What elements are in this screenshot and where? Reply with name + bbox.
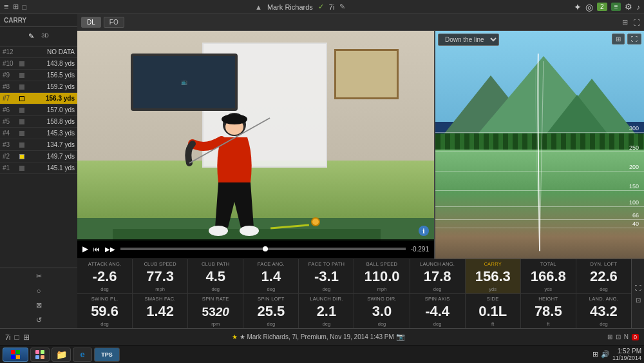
sidebar-item-7[interactable]: #7 156.3 yds [0,93,77,104]
stat-face-ang: FACE ANG. 1.4 deg [243,259,299,293]
golf-ball [311,217,320,226]
svg-rect-9 [16,355,20,359]
compass-icon[interactable]: ✦ [574,2,582,12]
carry-label: CARRY [0,14,77,27]
stat-total: TOTAL 166.8 yds [521,259,576,293]
grid-tool[interactable]: ⊠ [33,300,44,311]
sidebar-item-8[interactable]: #8 159.2 yds [0,81,77,93]
start-button[interactable] [3,348,28,362]
camera-icon: 📷 [396,333,405,341]
right-grid-icons: ⊞ ⛶ [612,34,641,44]
taskbar-left: 📁 e TPS [3,348,120,362]
svg-point-4 [209,226,228,236]
stat-ball-speed: BALL SPEED 110.0 mph [354,259,410,293]
bottom-right: ⊞ ⊡ N 0 [607,333,639,340]
sidebar: CARRY ✎ 3D #12 NO DATA #10 143.8 yds [0,14,77,328]
app-top-left-icons: ≡ ⊞ □ [4,2,26,12]
view-selector[interactable]: Down the line Face on [438,34,499,46]
circle-tool[interactable]: ○ [34,286,44,296]
time-display: -0.291 [411,246,429,253]
sidebar-item-3[interactable]: #3 134.7 yds [0,139,77,151]
collapse-icon[interactable]: ⊡ [636,297,641,304]
stats-main: ATTACK ANG. -2.6 deg CLUB SPEED 77.3 mph… [77,259,631,328]
next-frame-button[interactable]: ▶▶ [105,246,115,253]
notification-icon[interactable]: N [624,333,629,340]
svg-rect-10 [35,350,39,354]
trajectory-svg [435,31,644,259]
view-icon[interactable]: ≡ [611,3,621,11]
sidebar-item-5[interactable]: #5 158.8 yds [0,116,77,128]
sidebar-tool-icons: ✎ 3D [0,27,77,46]
stat-attack-ang: ATTACK ANG. -2.6 deg [77,259,133,293]
sidebar-list: #12 NO DATA #10 143.8 yds #9 156.5 yds #… [0,46,77,268]
app-top-center: ▲ Mark Richards ✓ 7i ✎ [255,3,345,11]
grid-icon[interactable]: ⊞ [13,3,19,11]
menu-icon[interactable]: ≡ [4,2,9,12]
stat-height: HEIGHT 78.5 ft [521,294,576,328]
fullscreen-icon[interactable]: ⛶ [633,19,640,26]
bottom-status-bar: 7i □ ⊞ ★ ★ Mark Richards, 7i, Premium, N… [0,328,644,345]
sidebar-item-2[interactable]: #2 149.7 yds [0,151,77,162]
seek-bar[interactable] [120,248,406,250]
sidebar-extra-tools: ✂ ○ ⊠ ↺ [0,268,77,328]
app-wrapper: ≡ ⊞ □ ▲ Mark Richards ✓ 7i ✎ ✦ ◎ 2 ≡ ⚙ ♪… [0,0,644,363]
svg-rect-12 [35,355,39,359]
sidebar-item-10[interactable]: #10 143.8 yds [0,58,77,70]
threed-tool[interactable]: 3D [39,31,52,42]
sidebar-item-9[interactable]: #9 156.5 yds [0,70,77,81]
window-icon[interactable]: □ [23,3,27,11]
stat-club-path: CLUB PATH 4.5 deg [188,259,243,293]
taskbar-app-ie[interactable]: e [73,348,92,362]
expand-icon[interactable]: ⛶ [635,284,641,291]
stat-face-path: FACE TO PATH -3.1 deg [299,259,354,293]
fullscreen-right-icon[interactable]: ⛶ [627,34,641,44]
layout-icon-bb[interactable]: ⊡ [616,333,621,340]
sidebar-item-4[interactable]: #4 145.3 yds [0,128,77,139]
prev-frame-button[interactable]: ⏮ [93,246,100,253]
star-icon: ★ [232,333,238,340]
user-icon: ▲ [255,3,262,11]
svg-rect-8 [11,355,15,359]
settings-icon[interactable]: ⚙ [625,2,632,12]
monitor-icon[interactable]: □ [15,333,19,342]
svg-point-2 [222,114,247,124]
volume-icon[interactable]: ♪ [636,3,640,11]
print-icon[interactable]: ⊞ [23,333,30,342]
taskbar-app-folder[interactable]: 📁 [52,348,71,362]
tray-icon-volume[interactable]: 🔊 [601,350,610,358]
grid-icon-bb[interactable]: ⊞ [607,333,612,340]
pencil-icon[interactable]: ✎ [339,3,345,11]
svg-rect-11 [41,350,44,354]
video-toolbar: DL FO ⊞ ⛶ [77,14,644,31]
target-icon[interactable]: ◎ [585,2,593,12]
stat-swing-dir: SWING DIR. 3.0 deg [354,294,410,328]
windows-taskbar: 📁 e TPS ⊞ 🔊 1:52 PM 11/19/2014 [0,345,644,363]
taskbar-app-tps[interactable]: TPS [94,348,120,362]
grid-view-icon[interactable]: ⊞ [622,18,628,26]
video-controls: ▶ ⏮ ▶▶ -0.291 [77,239,434,259]
refresh-icon[interactable]: ↺ [33,315,44,326]
sidebar-item-6[interactable]: #6 157.0 yds [0,104,77,116]
tray-icon-network: ⊞ [592,350,598,358]
dl-button[interactable]: DL [81,17,101,28]
stat-spin-loft: SPIN LOFT 25.5 deg [243,294,299,328]
stat-swing-pl: SWING PL. 59.6 deg [77,294,133,328]
taskbar-app-explorer[interactable] [30,348,50,362]
svg-rect-7 [16,350,20,354]
right-video-panel: 300 250 200 150 100 66 40 [435,31,644,259]
stat-launch-dir: LAUNCH DIR. 2.1 deg [299,294,354,328]
scissors-icon[interactable]: ✂ [33,271,44,282]
clock-date: 11/19/2014 [612,355,641,361]
pencil-tool[interactable]: ✎ [26,31,37,42]
grid-icon-right[interactable]: ⊞ [612,34,625,44]
status-text: ★ Mark Richards, 7i, Premium, Nov 19, 20… [240,333,394,340]
club-indicator[interactable]: 7i [5,333,11,341]
sidebar-item-12[interactable]: #12 NO DATA [0,46,77,58]
sidebar-item-1[interactable]: #1 145.1 yds [0,162,77,174]
right-overlay-top: Down the line Face on [438,34,499,46]
stat-spin-axis: SPIN AXIS -4.4 deg [410,294,466,328]
play-button[interactable]: ▶ [82,244,88,253]
info-icon[interactable]: ℹ [419,226,429,236]
main-content: DL FO ⊞ ⛶ 📺 [77,14,644,328]
fo-button[interactable]: FO [104,17,124,28]
